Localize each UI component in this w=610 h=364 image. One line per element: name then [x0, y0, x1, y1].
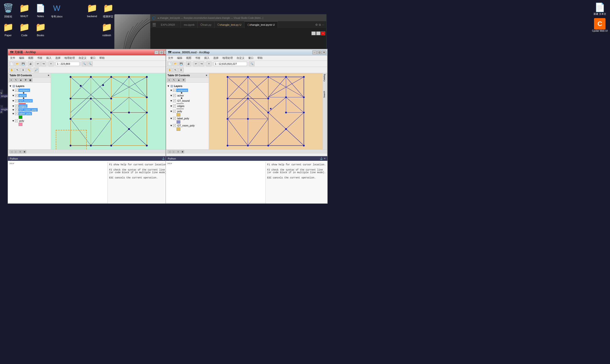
menu-file-1[interactable]: 文件: [8, 55, 17, 61]
vscode-tab-explorer[interactable]: EXPLORER ···: [158, 21, 181, 28]
menu-selection-1[interactable]: 选择: [53, 55, 63, 61]
toc-item-vertexes-2[interactable]: ▼ vertexes: [170, 88, 208, 92]
tb-select-1[interactable]: ↖: [15, 68, 20, 72]
status-btn4-2[interactable]: ⏹: [180, 150, 184, 153]
tb-save-2[interactable]: 💾: [179, 62, 184, 66]
toc-close-1[interactable]: ×: [48, 74, 49, 77]
tb-open-1[interactable]: 📂: [15, 62, 20, 66]
tb-redo-1[interactable]: ↪: [41, 62, 46, 66]
tb-identify-1[interactable]: ℹ: [21, 68, 26, 72]
toc-item-edges-1[interactable]: ▼ edges: [12, 104, 50, 108]
toc-item-achor-2[interactable]: ▼ achor: [170, 94, 208, 97]
vscode-tab-train[interactable]: ⬡ train.py: [197, 21, 214, 28]
vscode-sidebar-icon[interactable]: ☰: [150, 22, 158, 27]
checkbox-gt-bound-1[interactable]: [15, 99, 18, 102]
menu-customize-1[interactable]: 自定义: [77, 55, 88, 61]
tb-undo-1[interactable]: ↩: [35, 62, 40, 66]
toc-btn-vis-1[interactable]: 👁: [23, 78, 28, 82]
arcmap1-mapcanvas[interactable]: [51, 73, 166, 149]
vscode-restore-btn[interactable]: ◻: [316, 31, 321, 35]
checkbox-gt-room-poly-1[interactable]: [15, 108, 18, 111]
books-folder-icon[interactable]: 📁 Books: [35, 21, 46, 37]
toc-btn-sel-1[interactable]: ▦: [28, 78, 32, 82]
tb-add-data-2[interactable]: +: [206, 62, 212, 66]
menu-selection-2[interactable]: 选择: [211, 55, 221, 61]
checkbox-gt-bound-2[interactable]: [173, 99, 176, 102]
checkbox-vertexes-1[interactable]: [15, 89, 18, 92]
menu-bookmarks-2[interactable]: 书签: [193, 55, 202, 61]
arcmap2-minimize-btn[interactable]: ─: [312, 51, 317, 54]
menu-help-1[interactable]: 帮助: [97, 55, 106, 61]
scale-input-2[interactable]: [214, 62, 247, 66]
checkbox-achor-1[interactable]: [15, 94, 18, 97]
checkbox-poly-1[interactable]: [15, 119, 18, 122]
tb-identify-2[interactable]: ℹ: [179, 68, 184, 72]
paper-folder-icon[interactable]: 📁 Paper: [2, 21, 14, 37]
vscode-close-btn[interactable]: ✕: [321, 31, 325, 35]
menu-view-2[interactable]: 视图: [184, 55, 193, 61]
menu-geoprocessing-1[interactable]: 地理处理: [63, 55, 77, 61]
tb-open-2[interactable]: 📂: [173, 62, 178, 66]
tb-print-2[interactable]: 🖨: [186, 62, 191, 66]
checkbox-edges-2[interactable]: [173, 104, 176, 107]
toc-item-gt-room-poly-2[interactable]: ▼ GT_room_poly: [170, 124, 208, 128]
new-text-file-icon[interactable]: 📄 新建 文本文: [594, 2, 606, 16]
arcmap2-maximize-btn[interactable]: ◻: [317, 51, 322, 54]
backend-folder-icon[interactable]: 📁 backend: [86, 2, 98, 18]
toc-item-gt-room-poly-1[interactable]: ▼ GT_room_poly: [12, 108, 50, 112]
evaluation-folder-icon[interactable]: 📁 绩测评定: [103, 2, 114, 18]
toc-btn-vis-2[interactable]: 👁: [181, 78, 186, 82]
toc-item-gt-bound-1[interactable]: ▼ GT_bound: [12, 99, 50, 103]
menu-edit-1[interactable]: 编辑: [17, 55, 26, 61]
search-tab-2[interactable]: Search: [323, 90, 327, 99]
menu-help-2[interactable]: 帮助: [255, 55, 264, 61]
whut-folder-icon[interactable]: 📁 WHUT: [19, 2, 30, 18]
arcmap2-mapcanvas[interactable]: [209, 73, 322, 149]
tb-undo-2[interactable]: ↩: [193, 62, 198, 66]
tb-select-2[interactable]: ↖: [173, 68, 178, 72]
vscode-tab-zhangjie-ipynb[interactable]: ⬡ zhangjie_test.ipynb U: [245, 21, 278, 28]
status-btn3-2[interactable]: ⏸: [176, 150, 180, 153]
status-btn1-1[interactable]: ◁: [10, 150, 13, 153]
checkbox-edges-1[interactable]: [15, 104, 18, 107]
vscode-tab-mo[interactable]: mo.ipynb: [181, 21, 197, 28]
status-btn3-1[interactable]: ⏸: [18, 150, 22, 153]
catalog-tab-2[interactable]: Catalog: [323, 73, 327, 82]
python-dock-2[interactable]: ⚓: [320, 157, 323, 160]
arcmap2-close-btn[interactable]: ✕: [322, 51, 326, 54]
tb-new-1[interactable]: 📄: [9, 62, 14, 66]
recycle-bin-icon[interactable]: 🗑️ 回收站: [2, 2, 14, 18]
tb-measure-1[interactable]: 📏: [26, 68, 31, 72]
menu-geoprocessing-2[interactable]: 地理处理: [221, 55, 235, 61]
toc-btn-source-2[interactable]: ◈: [177, 78, 181, 82]
notes-icon[interactable]: 📄 Notes: [35, 2, 46, 18]
checkbox-vertexes-2[interactable]: [173, 89, 176, 92]
tb-pan-2[interactable]: ✋: [167, 68, 172, 72]
toc-item-edges-2[interactable]: ▼ edges: [170, 104, 208, 108]
rubbish-folder-icon[interactable]: 📁 rubbish: [101, 21, 113, 37]
checkbox-label-poly-1[interactable]: [15, 112, 18, 115]
toc-item-label-poly-2[interactable]: ▼ label_poly: [170, 117, 208, 120]
vscode-tab-zhangjie-py[interactable]: ⬡ zhangjie_test.py U: [214, 21, 245, 28]
arcmap1-maximize-btn[interactable]: ◻: [159, 51, 163, 54]
tb-print-1[interactable]: 🖨: [28, 62, 33, 66]
menu-file-2[interactable]: 文件: [166, 55, 175, 61]
toc-btn-list-2[interactable]: ≡: [167, 78, 171, 82]
python-dock-1[interactable]: ⚓: [162, 157, 165, 160]
tb-zoom-in-1[interactable]: 🔍: [82, 62, 87, 66]
checkbox-poly-2[interactable]: [173, 110, 176, 113]
python-close-2[interactable]: ×: [324, 157, 325, 160]
vscode-split-icon[interactable]: ⧉: [319, 23, 321, 26]
menu-edit-2[interactable]: 编辑: [175, 55, 184, 61]
code-folder-icon[interactable]: 📁 Code: [19, 21, 30, 37]
tb-save-1[interactable]: 💾: [21, 62, 26, 66]
menu-bookmarks-1[interactable]: 书签: [35, 55, 44, 61]
tb-search-1[interactable]: 🔎: [34, 68, 39, 72]
cpolar-icon[interactable]: C Cpolar Web UI: [592, 18, 608, 32]
arcmap1-minimize-btn[interactable]: ─: [155, 51, 159, 54]
menu-windows-1[interactable]: 窗口: [88, 55, 97, 61]
patent-docx-icon[interactable]: W 专利.docx: [51, 2, 63, 18]
checkbox-label-poly-2[interactable]: [173, 117, 176, 120]
toc-item-gt-bound-2[interactable]: ▼ GT_bound: [170, 99, 208, 103]
status-btn2-2[interactable]: ▷: [172, 150, 176, 153]
